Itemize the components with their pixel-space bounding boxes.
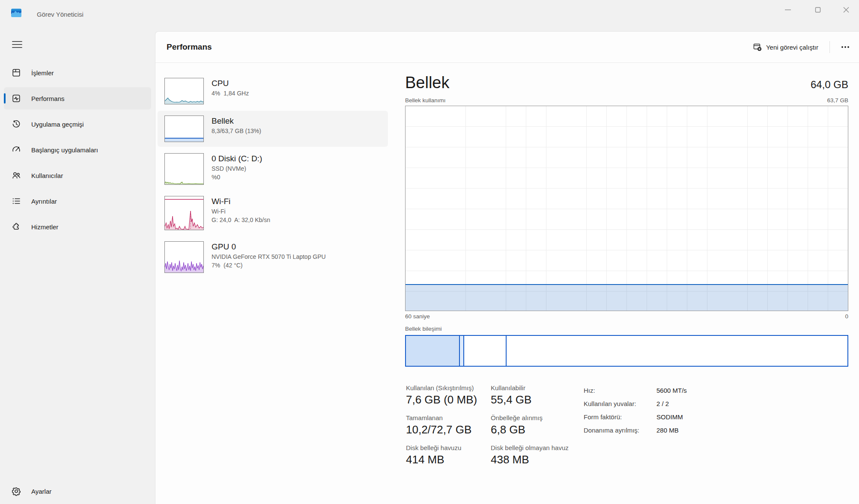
run-new-task-button[interactable]: Yeni görevi çalıştır [751, 39, 821, 56]
disk-mini-chart [164, 153, 204, 185]
stats-column-2: Kullanılabilir 55,4 GB Önbelleğe alınmış… [491, 384, 583, 474]
memory-composition-title: Bellek bileşimi [405, 326, 848, 332]
axis-right-label: 0 [845, 313, 848, 320]
sidebar-bottom: Ayarlar [4, 480, 151, 502]
page-header: Performans Yeni görevi çalıştır [155, 32, 859, 63]
perf-item-texts: Bellek 8,3/63,7 GB (13%) [212, 116, 261, 135]
sidebar-item-label: Hizmetler [31, 223, 58, 231]
hardware-details: Hız: 5600 MT/s Kullanılan yuvalar: 2 / 2… [584, 384, 687, 437]
detail-label: Donanıma ayrılmış: [584, 424, 656, 437]
perf-item-subtitle: 4% 1,84 GHz [212, 89, 249, 98]
close-icon [843, 6, 850, 13]
sidebar-item-ayrintilar[interactable]: Ayrıntılar [4, 190, 151, 212]
perf-item-subtitle2: G: 24,0 A: 32,0 Kb/sn [212, 216, 270, 224]
sidebar-item-uygulama-gecmisi[interactable]: Uygulama geçmişi [4, 113, 151, 135]
main-panel: Performans Yeni görevi çalıştır C [155, 31, 859, 504]
cpu-mini-chart [164, 78, 204, 104]
detail-value: SODIMM [656, 410, 683, 424]
usage-chart-labels: Bellek kullanımı 63,7 GB [405, 97, 848, 104]
stat-label: Önbelleğe alınmış [491, 414, 583, 422]
memory-usage-area [406, 284, 848, 311]
startup-apps-icon [12, 145, 21, 154]
stat-value: 55,4 GB [491, 392, 583, 407]
perf-item-title: 0 Diski (C: D:) [212, 153, 262, 164]
composition-segment-free [507, 336, 847, 366]
stat-label: Tamamlanan [406, 414, 490, 422]
wifi-mini-chart [164, 196, 204, 230]
perf-item-texts: CPU 4% 1,84 GHz [212, 78, 249, 98]
app-history-icon [12, 119, 21, 129]
run-new-task-label: Yeni görevi çalıştır [766, 44, 818, 51]
perf-item-title: Bellek [212, 116, 261, 127]
memory-details-pane: Bellek 64,0 GB Bellek kullanımı 63,7 GB … [405, 73, 848, 486]
performance-icon [12, 94, 21, 103]
composition-segment-modified [460, 336, 464, 366]
hardware-detail-row: Form faktörü: SODIMM [584, 410, 687, 424]
hardware-detail-row: Hız: 5600 MT/s [584, 384, 687, 397]
sidebar-item-label: Performans [31, 95, 65, 102]
detail-label: Form faktörü: [584, 410, 656, 424]
sidebar-item-baslangic-uygulamalari[interactable]: Başlangıç uygulamaları [4, 139, 151, 161]
detail-value: 5600 MT/s [656, 384, 687, 397]
memory-usage-chart [405, 106, 848, 311]
memory-mini-chart [164, 116, 204, 142]
memory-title: Bellek [405, 73, 450, 92]
close-button[interactable] [833, 0, 859, 20]
services-icon [12, 222, 21, 231]
detail-value: 280 MB [656, 424, 679, 437]
sidebar-item-label: Uygulama geçmişi [31, 121, 84, 128]
stat-value: 7,6 GB (0 MB) [406, 392, 490, 407]
perf-item-gpu0[interactable]: GPU 0 NVIDIA GeForce RTX 5070 Ti Laptop … [158, 237, 388, 278]
sidebar-item-ayarlar[interactable]: Ayarlar [4, 480, 151, 502]
stat-value: 438 MB [491, 452, 583, 467]
task-manager-app-icon [11, 9, 21, 17]
more-options-button[interactable] [835, 39, 855, 56]
window-title: Görev Yöneticisi [37, 11, 84, 18]
perf-item-title: CPU [212, 78, 249, 89]
stat-label: Kullanılabilir [491, 384, 583, 392]
processes-icon [12, 68, 21, 77]
sidebar-item-hizmetler[interactable]: Hizmetler [4, 216, 151, 238]
hardware-detail-row: Donanıma ayrılmış: 280 MB [584, 424, 687, 437]
stat-label: Kullanılan (Sıkıştırılmış) [406, 384, 490, 392]
sidebar-nav: İşlemler Performans Uygulama geçmişi [4, 62, 151, 241]
minimize-icon [784, 6, 791, 13]
navigation-menu-button[interactable] [8, 36, 27, 53]
memory-title-row: Bellek 64,0 GB [405, 73, 848, 92]
composition-segment-in-use [406, 336, 460, 366]
ellipsis-icon [841, 46, 850, 48]
sidebar-item-performans[interactable]: Performans [4, 87, 151, 110]
perf-item-subtitle: NVIDIA GeForce RTX 5070 Ti Laptop GPU [212, 252, 326, 261]
composition-segment-standby [464, 336, 507, 366]
perf-item-texts: Wi-Fi Wi-Fi G: 24,0 A: 32,0 Kb/sn [212, 196, 270, 224]
stat-value: 10,2/72,7 GB [406, 422, 490, 437]
perf-item-title: GPU 0 [212, 241, 326, 252]
maximize-icon [814, 6, 821, 13]
perf-item-texts: GPU 0 NVIDIA GeForce RTX 5070 Ti Laptop … [212, 241, 326, 270]
stat-label: Disk belleği havuzu [406, 444, 490, 452]
perf-item-title: Wi-Fi [212, 196, 270, 207]
perf-item-bellek[interactable]: Bellek 8,3/63,7 GB (13%) [158, 111, 388, 147]
perf-item-wifi[interactable]: Wi-Fi Wi-Fi G: 24,0 A: 32,0 Kb/sn [158, 191, 388, 235]
perf-item-subtitle: SSD (NVMe) [212, 164, 262, 173]
sidebar-item-kullanicilar[interactable]: Kullanıcılar [4, 164, 151, 187]
hardware-detail-row: Kullanılan yuvalar: 2 / 2 [584, 397, 687, 410]
detail-value: 2 / 2 [656, 397, 669, 410]
sidebar-item-label: Başlangıç uygulamaları [31, 146, 98, 154]
detail-label: Hız: [584, 384, 656, 397]
detail-label: Kullanılan yuvalar: [584, 397, 656, 410]
selected-accent-bar [4, 93, 6, 104]
stats-column-1: Kullanılan (Sıkıştırılmış) 7,6 GB (0 MB)… [406, 384, 490, 474]
new-task-icon [753, 43, 762, 51]
perf-item-cpu[interactable]: CPU 4% 1,84 GHz [158, 73, 388, 109]
sidebar-item-label: İşlemler [31, 69, 54, 77]
sidebar-item-label: Ayrıntılar [31, 198, 57, 205]
memory-total-capacity: 64,0 GB [811, 77, 848, 92]
maximize-button[interactable] [803, 0, 833, 20]
perf-item-disk0[interactable]: 0 Diski (C: D:) SSD (NVMe) %0 [158, 148, 388, 190]
minimize-button[interactable] [773, 0, 803, 20]
sidebar-item-label: Ayarlar [31, 488, 51, 495]
sidebar-item-islemler[interactable]: İşlemler [4, 62, 151, 84]
stat-label: Disk belleği olmayan havuz [491, 444, 583, 452]
page-title: Performans [167, 32, 212, 62]
